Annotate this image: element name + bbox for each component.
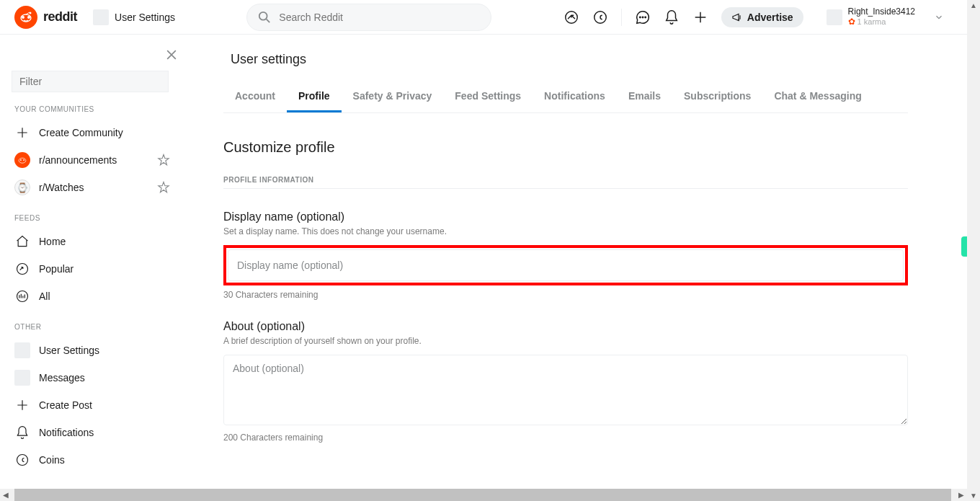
svg-point-14 bbox=[17, 291, 28, 302]
bell-icon bbox=[14, 425, 30, 440]
chevron-down-icon bbox=[934, 12, 944, 22]
search-box[interactable] bbox=[246, 4, 491, 31]
sidebar-filter-input[interactable] bbox=[12, 71, 169, 92]
search-input[interactable] bbox=[279, 12, 481, 23]
tab-feed[interactable]: Feed Settings bbox=[443, 81, 533, 112]
avatar-icon bbox=[93, 9, 109, 25]
svg-point-4 bbox=[259, 12, 267, 19]
community-label: r/announcements bbox=[39, 154, 117, 166]
reddit-snoo-icon bbox=[14, 152, 30, 168]
tab-emails[interactable]: Emails bbox=[617, 81, 672, 112]
displayname-highlight bbox=[223, 245, 908, 285]
section-title: Customize profile bbox=[223, 139, 908, 156]
advertise-button[interactable]: Advertise bbox=[721, 7, 803, 27]
settings-title: User settings bbox=[223, 52, 908, 67]
avatar-icon bbox=[14, 342, 30, 358]
logo[interactable]: reddit bbox=[14, 6, 77, 29]
about-remaining: 200 Characters remaining bbox=[223, 433, 908, 443]
tab-profile[interactable]: Profile bbox=[287, 81, 342, 112]
settings-main: User settings Account Profile Safety & P… bbox=[195, 35, 937, 489]
sidebar-other-usersettings[interactable]: User Settings bbox=[7, 337, 177, 364]
other-label: User Settings bbox=[39, 345, 99, 356]
displayname-remaining: 30 Characters remaining bbox=[223, 290, 908, 300]
arrow-up-right-icon bbox=[14, 261, 30, 277]
svg-point-10 bbox=[19, 158, 26, 163]
other-label: Messages bbox=[39, 372, 85, 383]
sidebar-other-premium[interactable]: Premium bbox=[7, 474, 177, 478]
scroll-down-icon[interactable]: ▼ bbox=[970, 490, 977, 501]
create-community-label: Create Community bbox=[39, 127, 123, 138]
feed-label: All bbox=[39, 291, 50, 302]
breadcrumb[interactable]: User Settings bbox=[93, 9, 175, 25]
avatar-icon bbox=[14, 370, 30, 386]
chat-icon[interactable] bbox=[635, 9, 651, 25]
tab-account[interactable]: Account bbox=[223, 81, 287, 112]
create-community-button[interactable]: Create Community bbox=[7, 119, 177, 146]
create-icon[interactable] bbox=[692, 9, 708, 25]
feed-label: Home bbox=[39, 236, 66, 247]
sidebar-feed-home[interactable]: Home bbox=[7, 228, 177, 255]
plus-icon bbox=[14, 125, 30, 141]
displayname-desc: Set a display name. This does not change… bbox=[223, 226, 908, 236]
svg-point-9 bbox=[645, 17, 646, 17]
scroll-left-icon[interactable]: ◀ bbox=[0, 491, 12, 499]
divider bbox=[621, 9, 622, 26]
svg-point-11 bbox=[20, 159, 22, 161]
about-desc: A brief description of yourself shown on… bbox=[223, 336, 908, 346]
sidebar-section-communities: YOUR COMMUNITIES bbox=[7, 92, 177, 119]
megaphone-icon bbox=[731, 12, 743, 23]
section-subhead: PROFILE INFORMATION bbox=[223, 176, 908, 189]
os-vertical-scrollbar[interactable]: ▲ ▼ bbox=[967, 0, 980, 501]
feedback-tab[interactable] bbox=[961, 236, 967, 257]
about-textarea[interactable] bbox=[223, 355, 908, 425]
about-label: About (optional) bbox=[223, 320, 908, 333]
username: Right_Inside3412 bbox=[848, 7, 915, 17]
scroll-up-icon[interactable]: ▲ bbox=[970, 0, 977, 11]
close-sidebar-icon[interactable] bbox=[164, 48, 179, 62]
other-label: Create Post bbox=[39, 399, 92, 411]
user-menu[interactable]: Right_Inside3412 ✿1 karma bbox=[827, 7, 953, 26]
os-horizontal-scrollbar[interactable]: ◀ ▶ bbox=[0, 489, 967, 501]
svg-point-8 bbox=[642, 17, 643, 17]
other-label: Notifications bbox=[39, 427, 94, 438]
sidebar-section-feeds: FEEDS bbox=[7, 201, 177, 228]
displayname-input[interactable] bbox=[228, 249, 904, 281]
tab-chat[interactable]: Chat & Messaging bbox=[762, 81, 873, 112]
advertise-label: Advertise bbox=[747, 12, 793, 23]
sidebar-section-other: OTHER bbox=[7, 310, 177, 337]
sidebar-other-coins[interactable]: Coins bbox=[7, 446, 177, 474]
sidebar-community-watches[interactable]: ⌚ r/Watches bbox=[7, 174, 177, 201]
scroll-right-icon[interactable]: ▶ bbox=[956, 491, 967, 499]
svg-point-7 bbox=[639, 17, 640, 17]
plus-icon bbox=[14, 397, 30, 413]
tab-subscriptions[interactable]: Subscriptions bbox=[672, 81, 762, 112]
search-icon bbox=[257, 9, 272, 25]
settings-tabs: Account Profile Safety & Privacy Feed Se… bbox=[223, 81, 908, 113]
feed-label: Popular bbox=[39, 263, 74, 275]
sidebar-community-announcements[interactable]: r/announcements bbox=[7, 146, 177, 174]
coin-icon bbox=[14, 452, 30, 468]
home-icon bbox=[14, 234, 30, 249]
sidebar-other-createpost[interactable]: Create Post bbox=[7, 391, 177, 419]
sidebar-feed-popular[interactable]: Popular bbox=[7, 255, 177, 283]
tab-safety[interactable]: Safety & Privacy bbox=[342, 81, 444, 112]
sidebar-other-notifications[interactable]: Notifications bbox=[7, 419, 177, 446]
tab-notifications[interactable]: Notifications bbox=[533, 81, 617, 112]
scrollbar-thumb[interactable] bbox=[14, 489, 951, 501]
svg-point-13 bbox=[17, 264, 28, 275]
star-icon[interactable] bbox=[157, 154, 170, 167]
header: reddit User Settings Advertise Right_Ins… bbox=[0, 0, 967, 35]
displayname-label: Display name (optional) bbox=[223, 210, 908, 223]
user-avatar-icon bbox=[827, 9, 842, 25]
sidebar: YOUR COMMUNITIES Create Community r/anno… bbox=[0, 35, 183, 478]
popular-icon[interactable] bbox=[564, 9, 579, 25]
crumb-label: User Settings bbox=[115, 12, 175, 23]
karma-count: 1 karma bbox=[858, 17, 886, 26]
sidebar-feed-all[interactable]: All bbox=[7, 283, 177, 310]
coin-icon[interactable] bbox=[592, 9, 608, 25]
karma-icon: ✿ bbox=[848, 17, 855, 27]
notifications-icon[interactable] bbox=[664, 9, 680, 25]
star-icon[interactable] bbox=[157, 181, 170, 194]
all-icon bbox=[14, 288, 30, 304]
sidebar-other-messages[interactable]: Messages bbox=[7, 364, 177, 391]
